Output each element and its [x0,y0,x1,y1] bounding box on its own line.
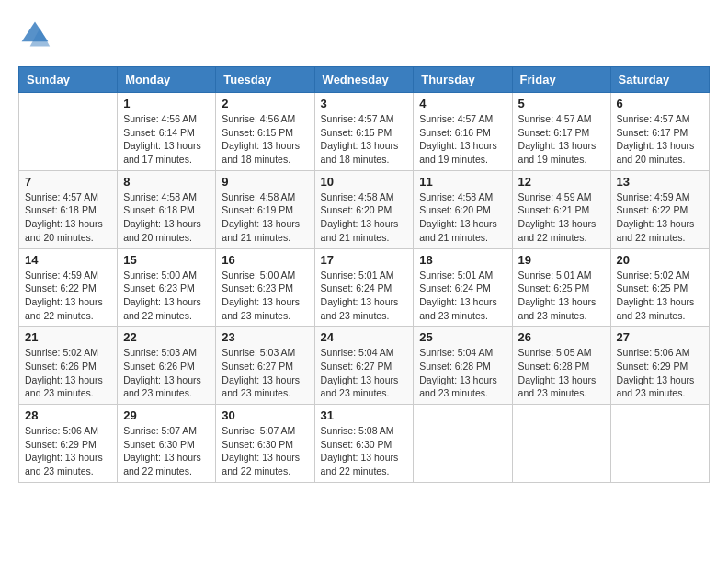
day-info: Sunrise: 5:07 AM Sunset: 6:30 PM Dayligh… [123,424,210,478]
day-info: Sunrise: 5:00 AM Sunset: 6:23 PM Dayligh… [222,269,308,323]
calendar-cell: 16Sunrise: 5:00 AM Sunset: 6:23 PM Dayli… [216,248,314,327]
calendar-cell: 13Sunrise: 4:59 AM Sunset: 6:22 PM Dayli… [610,170,709,248]
day-info: Sunrise: 4:56 AM Sunset: 6:15 PM Dayligh… [222,112,308,167]
day-number: 9 [222,175,308,189]
day-info: Sunrise: 5:00 AM Sunset: 6:23 PM Dayligh… [123,269,210,323]
calendar-cell: 28Sunrise: 5:06 AM Sunset: 6:29 PM Dayli… [19,405,118,483]
day-info: Sunrise: 5:03 AM Sunset: 6:26 PM Dayligh… [123,346,210,400]
week-row-2: 7Sunrise: 4:57 AM Sunset: 6:18 PM Daylig… [19,170,710,248]
calendar-cell: 5Sunrise: 4:57 AM Sunset: 6:17 PM Daylig… [512,93,610,171]
day-info: Sunrise: 5:02 AM Sunset: 6:25 PM Dayligh… [617,269,703,323]
day-info: Sunrise: 4:59 AM Sunset: 6:22 PM Dayligh… [25,269,111,323]
day-info: Sunrise: 5:07 AM Sunset: 6:30 PM Dayligh… [222,424,308,478]
calendar-cell [512,405,610,483]
weekday-header-saturday: Saturday [610,67,709,93]
day-info: Sunrise: 4:57 AM Sunset: 6:16 PM Dayligh… [419,112,506,167]
day-number: 27 [617,330,703,344]
day-info: Sunrise: 4:59 AM Sunset: 6:22 PM Dayligh… [617,190,703,245]
day-number: 23 [222,330,308,344]
calendar-cell: 23Sunrise: 5:03 AM Sunset: 6:27 PM Dayli… [216,327,314,405]
day-number: 12 [518,175,605,189]
day-number: 22 [123,330,210,344]
calendar-cell: 20Sunrise: 5:02 AM Sunset: 6:25 PM Dayli… [610,248,709,327]
calendar-cell: 27Sunrise: 5:06 AM Sunset: 6:29 PM Dayli… [610,327,709,405]
day-info: Sunrise: 4:58 AM Sunset: 6:20 PM Dayligh… [419,190,506,245]
day-number: 14 [25,253,111,267]
day-number: 29 [123,408,210,422]
day-info: Sunrise: 4:57 AM Sunset: 6:15 PM Dayligh… [321,112,408,167]
weekday-header-thursday: Thursday [414,67,512,93]
day-number: 19 [518,253,605,267]
calendar-cell: 3Sunrise: 4:57 AM Sunset: 6:15 PM Daylig… [314,93,414,171]
day-info: Sunrise: 5:02 AM Sunset: 6:26 PM Dayligh… [25,346,111,400]
weekday-header-monday: Monday [118,67,216,93]
weekday-header-tuesday: Tuesday [216,67,314,93]
week-row-1: 1Sunrise: 4:56 AM Sunset: 6:14 PM Daylig… [19,93,710,171]
calendar-cell: 10Sunrise: 4:58 AM Sunset: 6:20 PM Dayli… [314,170,414,248]
calendar-cell: 9Sunrise: 4:58 AM Sunset: 6:19 PM Daylig… [216,170,314,248]
calendar-cell: 2Sunrise: 4:56 AM Sunset: 6:15 PM Daylig… [216,93,314,171]
calendar-cell: 17Sunrise: 5:01 AM Sunset: 6:24 PM Dayli… [314,248,414,327]
day-number: 15 [123,253,210,267]
day-info: Sunrise: 5:01 AM Sunset: 6:24 PM Dayligh… [419,269,506,323]
day-number: 3 [321,97,408,110]
day-number: 11 [419,175,506,189]
day-number: 5 [518,97,605,110]
calendar-cell [19,93,118,171]
calendar-cell [610,405,709,483]
week-row-3: 14Sunrise: 4:59 AM Sunset: 6:22 PM Dayli… [19,248,710,327]
calendar-cell: 21Sunrise: 5:02 AM Sunset: 6:26 PM Dayli… [19,327,118,405]
day-number: 28 [25,408,111,422]
calendar-cell: 15Sunrise: 5:00 AM Sunset: 6:23 PM Dayli… [118,248,216,327]
day-number: 2 [222,97,308,110]
calendar-cell: 7Sunrise: 4:57 AM Sunset: 6:18 PM Daylig… [19,170,118,248]
calendar-cell: 4Sunrise: 4:57 AM Sunset: 6:16 PM Daylig… [414,93,512,171]
day-info: Sunrise: 4:57 AM Sunset: 6:17 PM Dayligh… [617,112,703,167]
day-number: 20 [617,253,703,267]
calendar-cell: 12Sunrise: 4:59 AM Sunset: 6:21 PM Dayli… [512,170,610,248]
header [18,18,710,52]
day-info: Sunrise: 4:57 AM Sunset: 6:18 PM Dayligh… [25,190,111,245]
day-number: 8 [123,175,210,189]
weekday-header-friday: Friday [512,67,610,93]
calendar-cell: 18Sunrise: 5:01 AM Sunset: 6:24 PM Dayli… [414,248,512,327]
day-number: 30 [222,408,308,422]
day-info: Sunrise: 4:58 AM Sunset: 6:18 PM Dayligh… [123,190,210,245]
day-number: 26 [518,330,605,344]
calendar-cell: 26Sunrise: 5:05 AM Sunset: 6:28 PM Dayli… [512,327,610,405]
day-info: Sunrise: 5:01 AM Sunset: 6:24 PM Dayligh… [321,269,408,323]
day-info: Sunrise: 4:58 AM Sunset: 6:20 PM Dayligh… [321,190,408,245]
calendar-cell: 29Sunrise: 5:07 AM Sunset: 6:30 PM Dayli… [118,405,216,483]
day-number: 1 [123,97,210,110]
weekday-header-wednesday: Wednesday [314,67,414,93]
day-info: Sunrise: 5:06 AM Sunset: 6:29 PM Dayligh… [617,346,703,400]
calendar-cell: 19Sunrise: 5:01 AM Sunset: 6:25 PM Dayli… [512,248,610,327]
calendar-cell: 25Sunrise: 5:04 AM Sunset: 6:28 PM Dayli… [414,327,512,405]
calendar-cell [414,405,512,483]
calendar: SundayMondayTuesdayWednesdayThursdayFrid… [18,66,710,483]
day-number: 31 [321,408,408,422]
logo [18,18,55,52]
day-number: 4 [419,97,506,110]
calendar-cell: 31Sunrise: 5:08 AM Sunset: 6:30 PM Dayli… [314,405,414,483]
calendar-cell: 14Sunrise: 4:59 AM Sunset: 6:22 PM Dayli… [19,248,118,327]
week-row-5: 28Sunrise: 5:06 AM Sunset: 6:29 PM Dayli… [19,405,710,483]
weekday-header-sunday: Sunday [19,67,118,93]
day-number: 10 [321,175,408,189]
calendar-cell: 11Sunrise: 4:58 AM Sunset: 6:20 PM Dayli… [414,170,512,248]
day-info: Sunrise: 4:56 AM Sunset: 6:14 PM Dayligh… [123,112,210,167]
day-info: Sunrise: 4:59 AM Sunset: 6:21 PM Dayligh… [518,190,605,245]
calendar-cell: 30Sunrise: 5:07 AM Sunset: 6:30 PM Dayli… [216,405,314,483]
day-number: 16 [222,253,308,267]
calendar-cell: 22Sunrise: 5:03 AM Sunset: 6:26 PM Dayli… [118,327,216,405]
calendar-cell: 8Sunrise: 4:58 AM Sunset: 6:18 PM Daylig… [118,170,216,248]
day-info: Sunrise: 5:01 AM Sunset: 6:25 PM Dayligh… [518,269,605,323]
week-row-4: 21Sunrise: 5:02 AM Sunset: 6:26 PM Dayli… [19,327,710,405]
day-info: Sunrise: 5:04 AM Sunset: 6:27 PM Dayligh… [321,346,408,400]
day-number: 13 [617,175,703,189]
calendar-cell: 1Sunrise: 4:56 AM Sunset: 6:14 PM Daylig… [118,93,216,171]
logo-icon [18,18,51,52]
day-info: Sunrise: 5:05 AM Sunset: 6:28 PM Dayligh… [518,346,605,400]
day-info: Sunrise: 5:03 AM Sunset: 6:27 PM Dayligh… [222,346,308,400]
day-info: Sunrise: 5:08 AM Sunset: 6:30 PM Dayligh… [321,424,408,478]
